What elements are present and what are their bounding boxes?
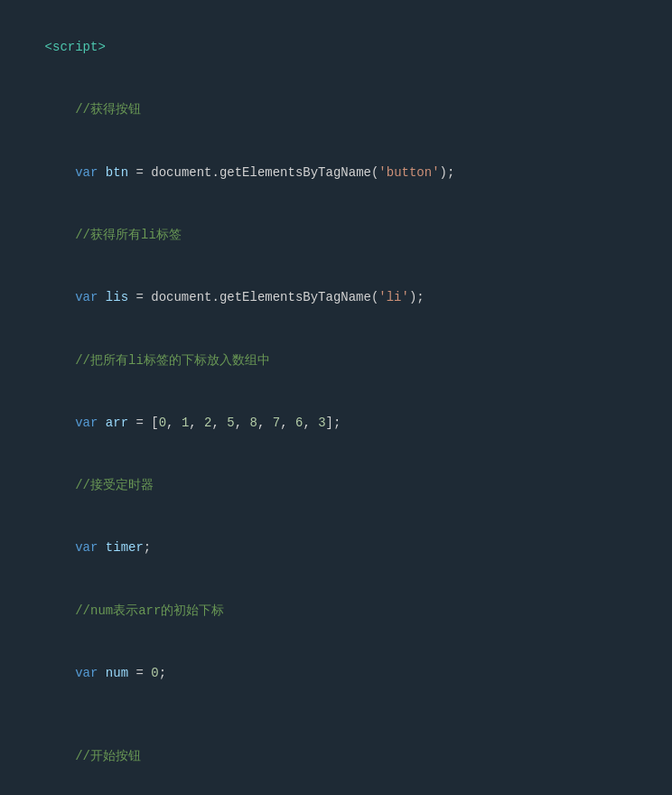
- code-line-8: var timer;: [14, 517, 658, 579]
- code-line-9: //num表示arr的初始下标: [14, 580, 658, 642]
- tag-text: <script>: [45, 40, 106, 54]
- code-line-10: var num = 0;: [14, 642, 658, 705]
- code-line-6: var arr = [0, 1, 2, 5, 8, 7, 6, 3];: [14, 392, 658, 454]
- comment-5: //num表示arr的初始下标: [45, 603, 225, 618]
- code-line-2: var btn = document.getElementsByTagName(…: [14, 142, 658, 204]
- code-line-3: //获得所有li标签: [14, 204, 658, 267]
- comment-6: //开始按钮: [45, 749, 141, 763]
- code-line-12: //开始按钮: [14, 725, 658, 788]
- comment-1: //获得按钮: [45, 102, 141, 117]
- code-line-13: btn[0].onclick = function () {: [14, 788, 658, 795]
- comment-2: //获得所有li标签: [45, 228, 182, 242]
- code-container: <script> //获得按钮 var btn = document.getEl…: [0, 9, 672, 795]
- code-line-5: //把所有li标签的下标放入数组中: [14, 329, 658, 391]
- code-line-1: //获得按钮: [14, 79, 658, 141]
- blank-line-1: [14, 705, 658, 725]
- kw-var-1: var: [75, 165, 98, 180]
- code-line-7: //接受定时器: [14, 454, 658, 517]
- comment-4: //接受定时器: [45, 478, 154, 492]
- script-open-tag: <script>: [14, 16, 658, 79]
- code-line-4: var lis = document.getElementsByTagName(…: [14, 267, 658, 329]
- comment-3: //把所有li标签的下标放入数组中: [45, 353, 270, 368]
